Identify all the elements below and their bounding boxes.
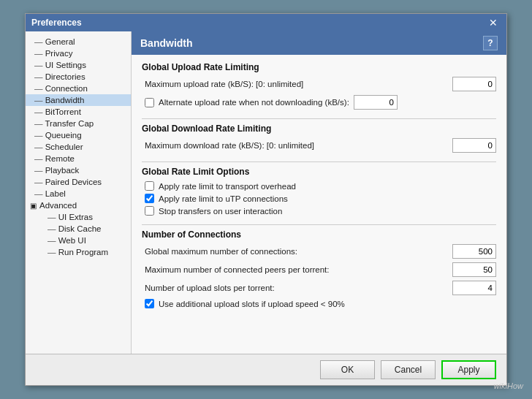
sidebar-item-queueing[interactable]: Queueing xyxy=(26,129,131,141)
sidebar-item-disk-cache[interactable]: Disk Cache xyxy=(26,223,131,235)
max-peers-input[interactable] xyxy=(452,262,496,277)
additional-slots-row: Use additional upload slots if upload sp… xyxy=(142,299,496,308)
sidebar-item-ui-extras[interactable]: UI Extras xyxy=(26,211,131,223)
dialog-title: Preferences xyxy=(31,18,82,28)
sidebar-item-label[interactable]: Label xyxy=(26,188,131,200)
max-download-input[interactable] xyxy=(452,138,496,153)
sidebar-item-run-program[interactable]: Run Program xyxy=(26,246,131,258)
upload-slots-label: Number of upload slots per torrent: xyxy=(145,284,452,292)
divider-3 xyxy=(142,224,496,225)
global-max-connections-input[interactable] xyxy=(452,244,496,259)
rate-limit-section: Global Rate Limit Options Apply rate lim… xyxy=(142,167,496,216)
stop-transfers-checkbox[interactable] xyxy=(145,206,154,216)
advanced-expand-icon: ▣ xyxy=(30,202,37,210)
connections-section: Number of Connections Global maximum num… xyxy=(142,229,496,308)
content-area: Bandwidth ? Global Upload Rate Limiting … xyxy=(132,31,506,354)
additional-slots-label: Use additional upload slots if upload sp… xyxy=(159,300,345,308)
sidebar-item-scheduler[interactable]: Scheduler xyxy=(26,141,131,153)
preferences-dialog: Preferences ✕ General Privacy UI Setting… xyxy=(25,13,507,386)
alt-upload-input[interactable] xyxy=(354,95,398,110)
help-button[interactable]: ? xyxy=(483,36,498,50)
sidebar-item-connection[interactable]: Connection xyxy=(26,83,131,94)
max-download-row: Maximum download rate (kB/S): [0: unlimi… xyxy=(142,138,496,153)
upload-slots-row: Number of upload slots per torrent: xyxy=(142,281,496,295)
wikihow-watermark: wikiHow xyxy=(494,381,523,390)
max-download-label: Maximum download rate (kB/S): [0: unlimi… xyxy=(145,141,452,150)
max-upload-input[interactable] xyxy=(452,77,496,91)
apply-button[interactable]: Apply xyxy=(441,360,496,379)
utp-checkbox[interactable] xyxy=(145,194,154,203)
sidebar-item-privacy[interactable]: Privacy xyxy=(26,48,131,59)
dialog-footer: OK Cancel Apply xyxy=(26,354,506,385)
sidebar-item-directories[interactable]: Directories xyxy=(26,71,131,83)
utp-row: Apply rate limit to uTP connections xyxy=(142,194,496,203)
stop-transfers-row: Stop transfers on user interaction xyxy=(142,206,496,216)
max-upload-label: Maximum upload rate (kB/S): [0: unlimite… xyxy=(145,80,452,88)
sidebar-item-advanced[interactable]: ▣ Advanced xyxy=(26,200,131,211)
download-section: Global Download Rate Limiting Maximum do… xyxy=(142,123,496,153)
sidebar-item-transfer-cap[interactable]: Transfer Cap xyxy=(26,118,131,129)
rate-limit-title: Global Rate Limit Options xyxy=(142,167,496,177)
max-upload-row: Maximum upload rate (kB/S): [0: unlimite… xyxy=(142,77,496,91)
max-peers-row: Maximum number of connected peers per to… xyxy=(142,262,496,277)
title-bar: Preferences ✕ xyxy=(26,14,506,31)
upload-slots-input[interactable] xyxy=(452,281,496,295)
alt-upload-row: Alternate upload rate when not downloadi… xyxy=(142,95,496,110)
alt-upload-label: Alternate upload rate when not downloadi… xyxy=(159,98,349,107)
utp-label: Apply rate limit to uTP connections xyxy=(159,194,288,203)
section-header: Bandwidth ? xyxy=(132,31,506,55)
close-button[interactable]: ✕ xyxy=(486,17,501,28)
sidebar-item-web-ui[interactable]: Web UI xyxy=(26,235,131,246)
sidebar-item-bandwidth[interactable]: Bandwidth xyxy=(26,94,131,106)
sidebar-item-remote[interactable]: Remote xyxy=(26,153,131,164)
divider-1 xyxy=(142,118,496,119)
section-title: Bandwidth xyxy=(140,37,193,49)
sidebar-item-general[interactable]: General xyxy=(26,36,131,48)
transport-row: Apply rate limit to transport overhead xyxy=(142,181,496,191)
content-scroll: Global Upload Rate Limiting Maximum uplo… xyxy=(132,55,506,354)
cancel-button[interactable]: Cancel xyxy=(381,360,436,379)
transport-checkbox[interactable] xyxy=(145,181,154,191)
transport-label: Apply rate limit to transport overhead xyxy=(159,182,296,191)
sidebar-item-bittorrent[interactable]: BitTorrent xyxy=(26,106,131,118)
sidebar-item-ui-settings[interactable]: UI Settings xyxy=(26,59,131,71)
download-title: Global Download Rate Limiting xyxy=(142,123,496,134)
additional-slots-checkbox[interactable] xyxy=(145,299,154,308)
max-peers-label: Maximum number of connected peers per to… xyxy=(145,265,452,274)
alt-upload-checkbox[interactable] xyxy=(145,98,154,107)
global-max-connections-label: Global maximum number of connections: xyxy=(145,247,452,256)
sidebar-item-playback[interactable]: Playback xyxy=(26,164,131,176)
sidebar: General Privacy UI Settings Directories … xyxy=(26,31,132,354)
divider-2 xyxy=(142,162,496,162)
global-max-connections-row: Global maximum number of connections: xyxy=(142,244,496,259)
upload-title: Global Upload Rate Limiting xyxy=(142,62,496,72)
stop-transfers-label: Stop transfers on user interaction xyxy=(159,207,282,216)
advanced-label: Advanced xyxy=(39,201,77,210)
connections-title: Number of Connections xyxy=(142,229,496,240)
sidebar-item-paired-devices[interactable]: Paired Devices xyxy=(26,176,131,188)
ok-button[interactable]: OK xyxy=(320,360,375,379)
dialog-body: General Privacy UI Settings Directories … xyxy=(26,31,506,354)
upload-section: Global Upload Rate Limiting Maximum uplo… xyxy=(142,62,496,110)
